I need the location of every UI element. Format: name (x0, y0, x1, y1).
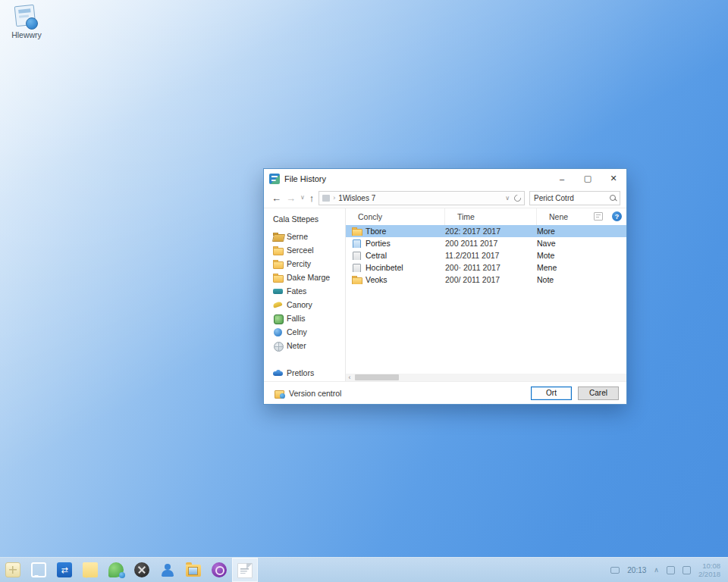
taskbar-document-icon[interactable] (232, 558, 258, 582)
file-name-cell: Tbore (346, 227, 445, 236)
sidebar-list: SerneSerceelPercityDake MargeFatesCanory… (273, 230, 345, 380)
desktop-icon-label: Hlewwry (5, 30, 49, 39)
folder-icon (273, 259, 283, 268)
address-bar[interactable]: › 1Wisloes 7 ∨ (318, 191, 525, 205)
back-icon[interactable]: ← (271, 193, 281, 203)
taskbar-sync-icon[interactable] (52, 558, 77, 582)
file-row-hocinbetel[interactable]: Hocinbetel200· 2011 2017Mene (346, 261, 626, 274)
system-tray: 20:13 ∧ 10:08 2/2018 (610, 558, 728, 582)
file-name: Hocinbetel (366, 263, 403, 272)
ok-button[interactable]: Ort (531, 386, 572, 400)
maximize-button[interactable]: ▢ (575, 169, 601, 188)
taskbar-sticky-note-icon[interactable] (77, 558, 103, 582)
sidebar-item-fallis[interactable]: Fallis (273, 311, 345, 325)
leaf-icon (108, 562, 124, 577)
sidebar-item-label: Celny (287, 327, 307, 336)
sidebar-item-celny[interactable]: Celny (273, 325, 345, 339)
file-name-cell: Veoks (346, 275, 445, 284)
blue-file-icon (352, 239, 362, 248)
help-icon[interactable]: ? (612, 211, 622, 221)
tool-icon (273, 300, 283, 309)
sidebar-item-serne[interactable]: Serne (273, 230, 345, 243)
address-dropdown-icon[interactable]: ∨ (505, 195, 510, 202)
taskbar-people-icon[interactable] (155, 558, 180, 582)
calendar-icon[interactable] (682, 566, 691, 574)
globe-blue-icon (273, 327, 283, 336)
open-folder-icon (273, 232, 283, 241)
sidebar-item-canory[interactable]: Canory (273, 298, 345, 311)
pictures-folder-icon (186, 565, 201, 577)
forward-icon[interactable]: → (286, 193, 296, 203)
file-row-porties[interactable]: Porties200 2011 2017Nave (346, 237, 626, 249)
location-icon (322, 195, 330, 202)
close-button[interactable]: ✕ (601, 169, 626, 188)
taskbar-pictures-folder-icon[interactable] (180, 558, 206, 582)
app-icon (273, 314, 283, 323)
file-name-cell: Hocinbetel (346, 263, 445, 272)
sidebar-header: Cala Sttepes (273, 214, 345, 224)
sidebar-item-serceel[interactable]: Serceel (273, 243, 345, 257)
history-dropdown-icon[interactable]: ∨ (300, 195, 305, 201)
taskbar-dark-globe-icon[interactable] (129, 558, 155, 582)
taskbar-clock[interactable]: 10:08 2/2018 (698, 562, 720, 578)
taskbar-start-icon[interactable] (0, 558, 26, 582)
sidebar-item-dake-marge[interactable]: Dake Marge (273, 271, 345, 284)
file-time: 200· 2011 2017 (445, 263, 537, 272)
taskbar-purple-orb-icon[interactable] (206, 558, 232, 582)
file-name-cell: Cetral (346, 251, 445, 260)
network-icon[interactable] (667, 566, 675, 574)
horizontal-scrollbar[interactable]: ‹ (346, 374, 626, 381)
people-icon (160, 562, 175, 577)
taskbar-chat-icon[interactable] (26, 558, 52, 582)
file-row-tbore[interactable]: Tbore202: 2017 2017More (346, 225, 626, 237)
search-input[interactable] (534, 194, 602, 202)
file-history-desktop-icon[interactable]: Hlewwry (5, 5, 49, 39)
file-time: 11.2/2011 2017 (445, 251, 537, 260)
folder-icon (352, 275, 362, 284)
view-options-icon[interactable] (594, 212, 603, 221)
file-name: Porties (366, 239, 391, 248)
sticky-note-icon (83, 562, 98, 577)
minimize-button[interactable]: – (549, 169, 575, 188)
file-label: Mene (537, 263, 626, 272)
sidebar-item-label: Serceel (287, 246, 314, 255)
cloud-icon (273, 368, 283, 377)
file-time: 202: 2017 2017 (445, 227, 537, 236)
file-row-cetral[interactable]: Cetral11.2/2011 2017Mote (346, 249, 626, 261)
file-name-cell: Porties (346, 239, 445, 248)
scroll-left-icon[interactable]: ‹ (346, 374, 353, 381)
chevron-up-icon[interactable]: ∧ (654, 566, 659, 574)
breadcrumb[interactable]: 1Wisloes 7 (338, 194, 375, 202)
scrollbar-thumb[interactable] (355, 374, 399, 380)
column-header-name[interactable]: Concly (346, 208, 445, 225)
folder-icon (273, 246, 283, 255)
file-time: 200/ 2011 2017 (445, 275, 537, 284)
sidebar-item-fates[interactable]: Fates (273, 284, 345, 298)
taskbar-leaf-icon[interactable] (103, 558, 129, 582)
sidebar-item-label: Dake Marge (287, 273, 330, 282)
cancel-button[interactable]: Carel (578, 386, 619, 400)
sidebar-item-label: Pretlors (287, 368, 314, 377)
file-list: Tbore202: 2017 2017MorePorties200 2011 2… (346, 225, 626, 381)
monitor-icon[interactable] (610, 567, 620, 574)
tray-time[interactable]: 20:13 (627, 566, 646, 574)
titlebar[interactable]: File History – ▢ ✕ (264, 169, 626, 188)
sidebar: Cala Sttepes SerneSerceelPercityDake Mar… (264, 208, 345, 381)
refresh-icon[interactable] (513, 193, 522, 203)
file-row-veoks[interactable]: Veoks200/ 2011 2017Note (346, 274, 626, 286)
sidebar-item-percity[interactable]: Percity (273, 257, 345, 271)
drive-icon (273, 286, 283, 296)
column-header-time[interactable]: Time (445, 208, 537, 225)
file-name: Tbore (366, 227, 386, 236)
taskbar-icons (0, 558, 258, 582)
sidebar-item-neter[interactable]: Neter (273, 339, 345, 352)
file-label: Note (537, 275, 626, 284)
search-box[interactable] (529, 191, 620, 205)
file-label: Nave (537, 239, 626, 248)
desktop: Hlewwry File History – ▢ ✕ ← → ∨ ↑ › 1Wi… (0, 0, 728, 582)
start-icon (5, 562, 20, 577)
up-icon[interactable]: ↑ (309, 193, 315, 203)
sidebar-item-pretlors[interactable]: Pretlors (273, 366, 345, 380)
globe-gray-icon (273, 341, 283, 350)
sidebar-item-label: Neter (287, 341, 306, 350)
